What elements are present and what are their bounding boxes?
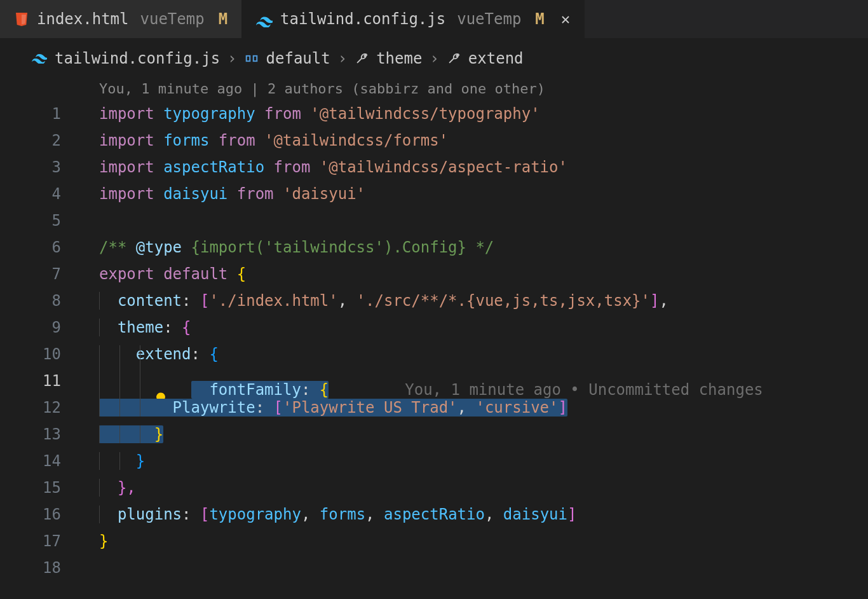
breadcrumb: tailwind.config.js › default › theme › e… (0, 38, 868, 72)
close-icon[interactable]: ✕ (561, 10, 570, 28)
line-number: 6 (0, 238, 80, 256)
tab-modified-badge: M (219, 10, 227, 28)
code-line: 18 (0, 554, 868, 581)
line-number: 18 (0, 559, 80, 577)
line-number: 14 (0, 452, 80, 470)
line-number: 16 (0, 506, 80, 523)
line-number: 13 (0, 425, 80, 443)
tab-tailwind-config[interactable]: tailwind.config.js vueTemp M ✕ (242, 0, 585, 38)
tab-modified-badge: M (535, 10, 544, 28)
chevron-right-icon: › (338, 50, 347, 67)
breadcrumb-extend[interactable]: extend (468, 50, 524, 67)
module-icon (245, 52, 259, 65)
tab-bar: index.html vueTemp M tailwind.config.js … (0, 0, 868, 38)
code-line: 1 import typography from '@tailwindcss/t… (0, 100, 868, 127)
svg-rect-1 (253, 56, 257, 61)
wrench-icon (447, 52, 461, 65)
code-line: 5 (0, 207, 868, 234)
lightbulb-icon[interactable] (80, 374, 94, 388)
line-number: 12 (0, 399, 80, 417)
tab-label: tailwind.config.js (280, 10, 445, 28)
tab-dir: vueTemp (457, 10, 521, 28)
code-line: 15 }, (0, 474, 868, 501)
line-number: 17 (0, 532, 80, 550)
line-number: 1 (0, 105, 80, 123)
code-line: 4 import daisyui from 'daisyui' (0, 181, 868, 207)
code-editor[interactable]: You, 1 minute ago | 2 authors (sabbirz a… (0, 72, 868, 581)
tailwind-icon (256, 13, 273, 25)
line-number: 8 (0, 292, 80, 310)
code-line: 7 export default { (0, 261, 868, 287)
line-number: 4 (0, 185, 80, 203)
tab-index-html[interactable]: index.html vueTemp M (0, 0, 242, 38)
code-line: 8 content: ['./index.html', './src/**/*.… (0, 287, 868, 314)
svg-rect-0 (246, 56, 250, 61)
line-number: 15 (0, 479, 80, 497)
code-line: 11 fontFamily: {You, 1 minute ago • Unco… (0, 368, 868, 394)
chevron-right-icon: › (430, 50, 438, 67)
line-number: 2 (0, 132, 80, 149)
code-line: 6 /** @type {import('tailwindcss').Confi… (0, 234, 868, 261)
tab-label: index.html (37, 10, 129, 28)
line-number: 11 (0, 372, 80, 390)
code-line: 9 theme: { (0, 314, 868, 341)
code-line: 17 } (0, 528, 868, 554)
line-number: 3 (0, 158, 80, 176)
line-number: 5 (0, 212, 80, 230)
line-number: 7 (0, 265, 80, 283)
tailwind-icon (32, 53, 47, 64)
line-number: 9 (0, 319, 80, 336)
line-number: 10 (0, 345, 80, 363)
wrench-icon (355, 52, 369, 65)
code-line: 12 Playwrite: ['Playwrite US Trad', 'cur… (0, 394, 868, 421)
chevron-right-icon: › (227, 50, 236, 67)
code-line: 14 } (0, 448, 868, 474)
breadcrumb-default[interactable]: default (266, 50, 330, 67)
code-line: 13 } (0, 421, 868, 448)
tab-dir: vueTemp (140, 10, 205, 28)
html5-icon (14, 11, 29, 27)
breadcrumb-theme[interactable]: theme (376, 50, 422, 67)
code-line: 16 plugins: [typography, forms, aspectRa… (0, 501, 868, 528)
breadcrumb-file[interactable]: tailwind.config.js (55, 50, 220, 67)
code-line: 2 import forms from '@tailwindcss/forms' (0, 127, 868, 154)
gitlens-header[interactable]: You, 1 minute ago | 2 authors (sabbirz a… (0, 76, 868, 100)
code-line: 3 import aspectRatio from '@tailwindcss/… (0, 154, 868, 181)
